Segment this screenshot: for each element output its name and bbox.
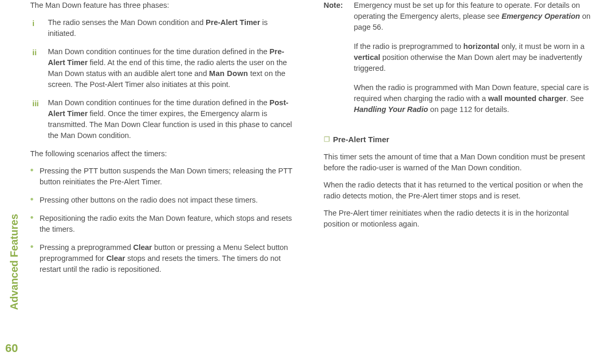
right-column: Note: Emergency must be set up for this … (321, 0, 592, 364)
bullet-icon: • (30, 242, 40, 275)
note-block: Note: Emergency must be set up for this … (324, 0, 592, 123)
note-paragraph: Emergency must be set up for this featur… (354, 0, 592, 33)
content-area: The Man Down feature has three phases: i… (30, 0, 591, 364)
body-paragraph: This timer sets the amount of time that … (324, 152, 592, 173)
left-column: The Man Down feature has three phases: i… (30, 0, 300, 364)
list-item: • Pressing a preprogrammed Clear button … (30, 242, 298, 275)
note-label: Note: (324, 0, 354, 123)
phases-list: i The radio senses the Man Down conditio… (30, 17, 298, 141)
document-icon: ❐ (324, 135, 330, 145)
phase-number: ii (32, 46, 48, 90)
list-item: • Pressing the PTT button suspends the M… (30, 166, 298, 187)
note-paragraph: If the radio is preprogrammed to horizon… (354, 41, 592, 74)
note-paragraph: When the radio is programmed with Man Do… (354, 82, 592, 115)
bullet-text: Repositioning the radio exits the Man Do… (40, 213, 298, 235)
bullet-icon: • (30, 166, 40, 187)
bullet-text: Pressing a preprogrammed Clear button or… (40, 242, 298, 275)
pre-alert-timer-heading: ❐ Pre-Alert Timer (324, 134, 592, 145)
body-paragraph: The Pre-Alert timer reinitiates when the… (324, 208, 592, 230)
phase-number: i (32, 17, 48, 39)
list-item: • Repositioning the radio exits the Man … (30, 213, 298, 235)
phase-text: Man Down condition continues for the tim… (48, 46, 298, 90)
phase-item: iii Man Down condition continues for the… (30, 97, 298, 141)
body-paragraph: When the radio detects that it has retur… (324, 180, 592, 202)
scenarios-list: • Pressing the PTT button suspends the M… (30, 166, 298, 275)
bullet-icon: • (30, 213, 40, 235)
list-item: • Pressing other buttons on the radio do… (30, 195, 298, 206)
bullet-icon: • (30, 195, 40, 206)
page-number: 60 (5, 340, 18, 357)
subheading-text: Pre-Alert Timer (333, 134, 389, 145)
phase-item: ii Man Down condition continues for the … (30, 46, 298, 90)
phase-text: Man Down condition continues for the tim… (48, 97, 298, 141)
phase-item: i The radio senses the Man Down conditio… (30, 17, 298, 39)
phase-text: The radio senses the Man Down condition … (48, 17, 298, 39)
bullet-text: Pressing the PTT button suspends the Man… (40, 166, 298, 187)
scenarios-intro: The following scenarios affect the timer… (30, 148, 298, 159)
sidebar: Advanced Features (6, 187, 22, 354)
bullet-text: Pressing other buttons on the radio does… (40, 195, 298, 206)
section-label: Advanced Features (7, 214, 22, 310)
note-body: Emergency must be set up for this featur… (354, 0, 592, 123)
phase-number: iii (32, 97, 48, 141)
phases-intro: The Man Down feature has three phases: (30, 0, 298, 11)
